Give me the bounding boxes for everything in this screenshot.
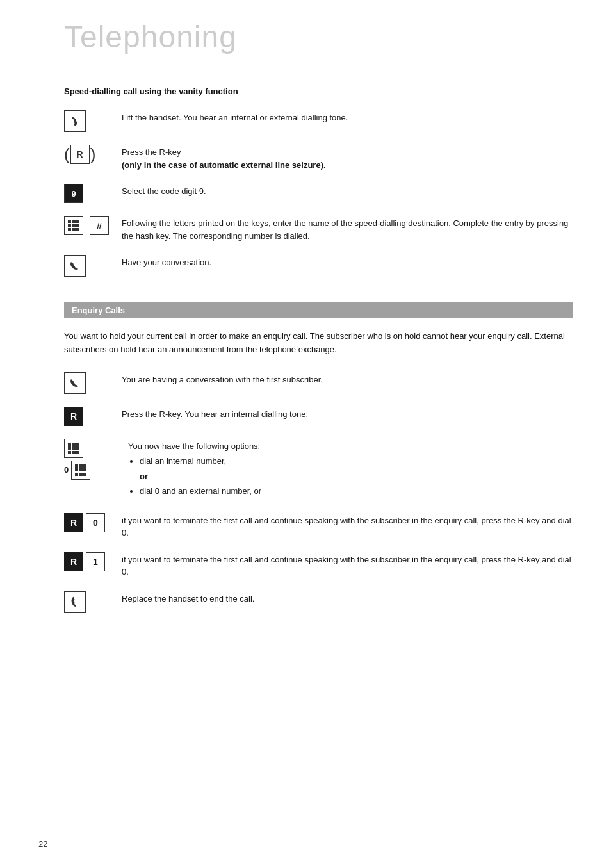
r-1-digit-icon: 1: [86, 552, 105, 571]
icon-cell-r0: R 0: [64, 512, 122, 532]
handset-talk-icon: [64, 255, 86, 277]
icon-cell-talk2: [64, 371, 122, 394]
step-enter-name: # Following the letters printed on the k…: [64, 215, 573, 242]
step-text-first-sub: You are having a conversation with the f…: [122, 371, 573, 386]
step-text-replace: Replace the handset to end the call.: [122, 590, 573, 605]
speed-dialling-section: Speed-dialling call using the vanity fun…: [64, 86, 573, 277]
handset-down-icon: [64, 591, 86, 613]
step-text-r-enquiry: Press the R-key. You hear an internal di…: [122, 405, 573, 421]
page-title: Telephoning: [64, 19, 573, 54]
enquiry-calls-header: Enquiry Calls: [64, 302, 573, 318]
enquiry-step-replace: Replace the handset to end the call.: [64, 590, 573, 613]
step-press-r: ( R ) Press the R-key (only in the case …: [64, 143, 573, 171]
step-text-enter-name: Following the letters printed on the key…: [122, 215, 573, 242]
r-0-r-icon: R: [64, 513, 83, 532]
enquiry-step-r: R Press the R-key. You hear an internal …: [64, 405, 573, 426]
icon-cell-grid-hash: #: [64, 215, 122, 235]
grid-0-icon: [71, 461, 90, 480]
r-icon: R: [70, 145, 90, 164]
enquiry-step-first-sub: You are having a conversation with the f…: [64, 371, 573, 394]
hash-icon: #: [90, 216, 109, 235]
icon-cell-r1: R 1: [64, 551, 122, 571]
step-text-options: You now have the following options: dial…: [122, 438, 573, 500]
handset-up-icon: [64, 110, 86, 132]
digit-9-icon: 9: [64, 184, 83, 203]
enquiry-calls-section: Enquiry Calls You want to hold your curr…: [64, 302, 573, 613]
page: Telephoning Speed-dialling call using th…: [0, 0, 611, 868]
step-text-lift: Lift the handset. You hear an internal o…: [122, 109, 573, 124]
grid-options-icon: [64, 439, 83, 458]
enquiry-step-r1: R 1 if you want to terminate the first c…: [64, 551, 573, 578]
enquiry-step-options: 0 You now have the following options: di…: [64, 438, 573, 500]
step-text-r1: if you want to terminate the first call …: [122, 551, 573, 578]
icon-cell-replace: [64, 590, 122, 613]
r-paren-icon: ( R ): [64, 145, 95, 164]
enquiry-intro-text: You want to hold your current call in or…: [64, 330, 573, 357]
icon-cell-r-filled: R: [64, 405, 122, 426]
step-text-r0: if you want to terminate the first call …: [122, 512, 573, 539]
icon-cell-r: ( R ): [64, 143, 122, 164]
step-text-r: Press the R-key (only in the case of aut…: [122, 143, 573, 171]
r-filled-icon: R: [64, 407, 83, 426]
icon-cell-9: 9: [64, 183, 122, 203]
speed-dialling-header: Speed-dialling call using the vanity fun…: [64, 86, 573, 96]
enquiry-step-r0: R 0 if you want to terminate the first c…: [64, 512, 573, 539]
step-text-conversation: Have your conversation.: [122, 254, 573, 269]
handset-talk2-icon: [64, 372, 86, 394]
r-0-digit-icon: 0: [86, 513, 105, 532]
grid-icon: [64, 216, 83, 235]
r-1-r-icon: R: [64, 552, 83, 571]
icon-cell-grid-options: 0: [64, 438, 122, 480]
icon-cell-lift: [64, 109, 122, 132]
step-lift-handset: Lift the handset. You hear an internal o…: [64, 109, 573, 132]
step-conversation: Have your conversation.: [64, 254, 573, 277]
step-text-9: Select the code digit 9.: [122, 183, 573, 198]
step-select-9: 9 Select the code digit 9.: [64, 183, 573, 203]
page-number: 22: [38, 839, 47, 849]
icon-cell-talk: [64, 254, 122, 277]
